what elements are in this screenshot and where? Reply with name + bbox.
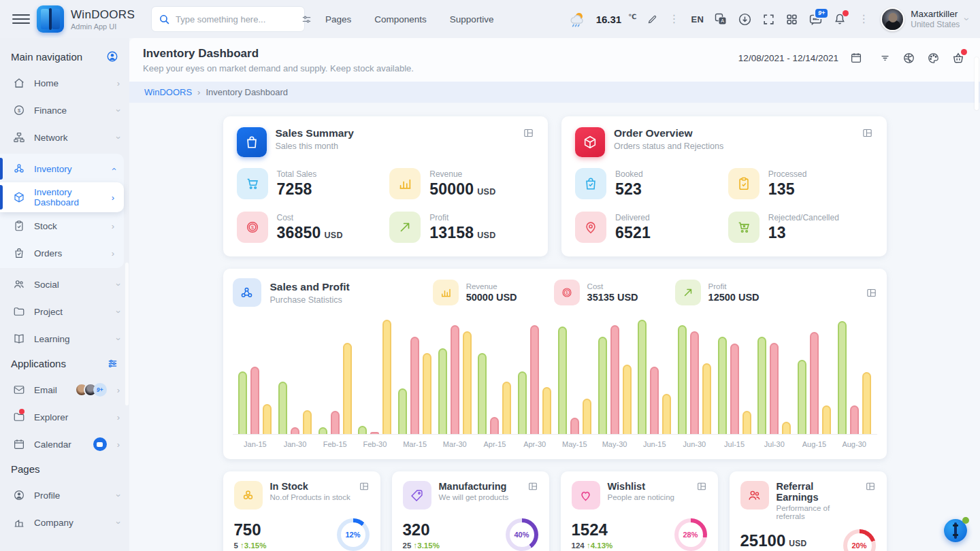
calendar-icon[interactable]	[850, 52, 862, 64]
svg-text:A: A	[721, 18, 724, 24]
chat-icon[interactable]: 9+	[808, 12, 823, 27]
widget-layout-icon[interactable]	[527, 481, 538, 492]
people-icon	[13, 278, 25, 290]
main-content: Inventory Dashboard Keep your eyes on ma…	[129, 38, 980, 551]
x-axis-label: Apr-15	[475, 440, 515, 448]
sidebar-item-calendar[interactable]: Calendar ›	[0, 431, 129, 458]
app-logo[interactable]	[37, 5, 64, 33]
bar-yellow-series-Jan-30	[303, 410, 312, 434]
notifications-bell-icon[interactable]	[833, 12, 847, 26]
nav-pages[interactable]: Pages	[325, 14, 351, 24]
calendar-icon	[13, 438, 25, 450]
bar-yellow-series-Jun-15	[662, 394, 671, 434]
widget-layout-icon[interactable]	[862, 127, 873, 139]
clipboard-check-icon	[728, 168, 760, 199]
breadcrumb-root[interactable]: WinDOORS	[144, 87, 192, 97]
sales-summary-card: Sales Summary Sales this month Total Sal…	[223, 116, 549, 256]
widget-layout-icon[interactable]	[523, 127, 534, 139]
user-profile[interactable]: Maxartkiller United States ›	[881, 7, 969, 31]
in-stock-card: In Stock No.of Products in stock 750 5 ↑…	[223, 471, 380, 551]
widget-layout-icon[interactable]	[866, 287, 877, 299]
search-filter-icon[interactable]	[301, 14, 312, 25]
fullscreen-icon[interactable]	[762, 13, 775, 26]
x-axis-labels: Jan-15Jan-30Feb-15Feb-30Mar-15Mar-30Apr-…	[233, 435, 877, 456]
order-overview-card: Order Overview Orders status and Rejecti…	[561, 116, 887, 256]
hamburger-menu-icon[interactable]	[12, 10, 30, 28]
search-box[interactable]	[151, 6, 305, 32]
bar-group-Mar-30	[435, 325, 475, 434]
card-subtitle: Sales this month	[276, 141, 354, 151]
bar-group-Feb-15	[315, 343, 355, 434]
search-input[interactable]	[176, 14, 295, 24]
search-icon	[159, 14, 170, 25]
nav-components[interactable]: Components	[374, 14, 427, 24]
sliders-icon[interactable]	[107, 358, 118, 369]
bar-yellow-series-May-15	[583, 399, 591, 434]
bar-group-Jan-15	[235, 367, 276, 434]
bar-yellow-series-Jul-15	[742, 411, 751, 434]
sidebar-item-learning[interactable]: Learning›	[0, 325, 129, 352]
widget-layout-icon[interactable]	[696, 481, 707, 492]
language-label[interactable]: EN	[691, 14, 704, 24]
metric-cost: $ Cost36850USD	[237, 212, 382, 243]
basket-icon[interactable]	[951, 51, 965, 65]
breadcrumb-current: Inventory Dashboard	[206, 87, 288, 97]
bar-green-series-Apr-30	[518, 371, 527, 434]
heart-icon	[572, 481, 600, 510]
edit-weather-icon[interactable]	[647, 14, 657, 24]
svg-text:$: $	[18, 107, 21, 114]
filter-icon[interactable]	[879, 52, 891, 64]
bar-green-series-Jan-15	[238, 371, 247, 434]
bar-yellow-series-Apr-30	[542, 387, 551, 434]
sidebar-section-main: Main navigation	[0, 45, 129, 69]
sidebar-scrollbar[interactable]	[125, 263, 129, 405]
network-icon	[13, 131, 25, 144]
sidebar-item-inventory[interactable]: Inventory›	[0, 155, 124, 182]
palette-icon[interactable]	[927, 52, 940, 65]
sidebar-item-orders[interactable]: Orders›	[0, 239, 124, 267]
metric-processed: Processed135	[728, 168, 873, 199]
sidebar-item-finance[interactable]: $ Finance›	[0, 97, 129, 124]
chevron-down-icon: ›	[963, 18, 973, 21]
metric-rejected: Rejected/Cancelled13	[728, 212, 873, 243]
sales-summary-icon	[237, 127, 267, 157]
sidebar-item-profile[interactable]: Profile›	[0, 482, 129, 509]
x-axis-label: Aug-15	[794, 440, 834, 448]
sidebar-section-pages: Pages	[0, 458, 129, 482]
sidebar-item-home[interactable]: Home›	[0, 69, 129, 97]
widget-layout-icon[interactable]	[865, 481, 876, 492]
bar-red-series-Feb-30	[370, 432, 379, 434]
theme-ball-icon[interactable]	[902, 52, 915, 65]
sidebar-item-stock[interactable]: Stock›	[0, 212, 124, 239]
bag-icon	[13, 247, 25, 259]
profile-more-icon[interactable]: ⋮	[857, 14, 870, 24]
bar-yellow-series-Aug-30	[862, 372, 871, 434]
date-range[interactable]: 12/08/2021 - 12/14/2021	[738, 53, 838, 63]
notification-dot	[843, 10, 849, 16]
order-overview-icon	[575, 127, 605, 157]
sidebar-item-project[interactable]: Project›	[0, 298, 129, 325]
sidebar-item-company[interactable]: Company›	[0, 509, 129, 536]
weather-more-icon[interactable]: ⋮	[668, 14, 681, 24]
people-icon	[740, 481, 769, 510]
sidebar-item-network[interactable]: Network›	[0, 124, 129, 151]
dollar-circle-icon: $	[13, 104, 25, 116]
sidebar-item-explorer[interactable]: Explorer›	[0, 403, 129, 431]
user-circle-icon[interactable]	[106, 50, 118, 63]
page-scrollbar[interactable]	[975, 57, 979, 110]
svg-text:$: $	[566, 290, 568, 295]
bar-red-series-Aug-30	[850, 405, 859, 434]
bar-yellow-series-Feb-30	[382, 320, 391, 434]
bar-red-series-Apr-30	[530, 325, 539, 434]
bar-red-series-Jan-30	[291, 427, 299, 434]
chat-badge: 9+	[814, 7, 829, 19]
apps-grid-icon[interactable]	[785, 13, 798, 26]
cloud-download-icon[interactable]	[738, 12, 752, 27]
translate-icon[interactable]: A	[714, 12, 728, 26]
nav-supportive[interactable]: Supportive	[450, 14, 494, 24]
sidebar-item-email[interactable]: Email 9+ ›	[0, 376, 129, 403]
sidebar-item-social[interactable]: Social›	[0, 271, 129, 298]
widget-layout-icon[interactable]	[359, 481, 370, 492]
sidebar-item-inventory-dashboard[interactable]: Inventory Dashboard›	[0, 182, 124, 212]
bar-red-series-Jul-15	[730, 344, 739, 434]
